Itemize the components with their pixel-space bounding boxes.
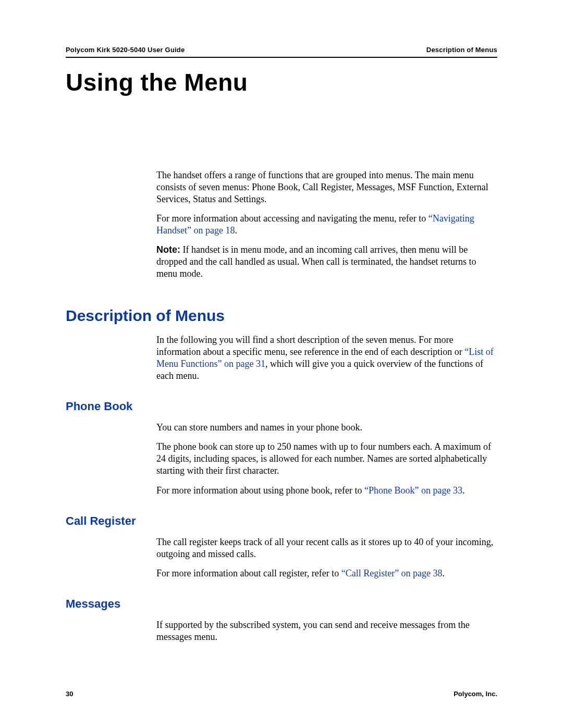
intro-p2-post: .	[235, 225, 237, 236]
call-register-p2-pre: For more information about call register…	[156, 568, 341, 578]
note-body: If handset is in menu mode, and an incom…	[156, 244, 476, 279]
link-call-register[interactable]: “Call Register” on page 38	[341, 568, 443, 578]
description-paragraph: In the following you will find a short d…	[156, 334, 497, 382]
link-phone-book[interactable]: “Phone Book” on page 33	[364, 485, 462, 496]
call-register-p2-post: .	[443, 568, 445, 578]
messages-p1: If supported by the subscribed system, y…	[156, 619, 497, 643]
footer-company: Polycom, Inc.	[454, 690, 497, 698]
phone-book-block: You can store numbers and names in your …	[156, 422, 497, 496]
running-header: Polycom Kirk 5020-5040 User Guide Descri…	[66, 46, 497, 54]
note-block: Note: If handset is in menu mode, and an…	[156, 244, 497, 280]
call-register-p1: The call register keeps track of all you…	[156, 536, 497, 560]
heading-phone-book: Phone Book	[66, 400, 497, 413]
phone-book-p3: For more information about using phone b…	[156, 485, 497, 497]
heading-messages: Messages	[66, 597, 497, 611]
header-right: Description of Menus	[426, 46, 497, 54]
note-label: Note:	[156, 244, 180, 255]
call-register-p2: For more information about call register…	[156, 567, 497, 579]
header-rule	[66, 57, 497, 58]
document-page: Polycom Kirk 5020-5040 User Guide Descri…	[0, 0, 563, 728]
intro-block: The handset offers a range of functions …	[156, 169, 497, 280]
description-block: In the following you will find a short d…	[156, 334, 497, 382]
phone-book-p3-pre: For more information about using phone b…	[156, 485, 364, 496]
phone-book-p2: The phone book can store up to 250 names…	[156, 441, 497, 477]
call-register-block: The call register keeps track of all you…	[156, 536, 497, 579]
phone-book-p3-post: .	[462, 485, 465, 496]
heading-description-of-menus: Description of Menus	[66, 307, 497, 325]
intro-p2-pre: For more information about accessing and…	[156, 213, 429, 224]
phone-book-p1: You can store numbers and names in your …	[156, 422, 497, 434]
running-footer: 30 Polycom, Inc.	[66, 690, 497, 698]
heading-call-register: Call Register	[66, 514, 497, 528]
desc-p1-pre: In the following you will find a short d…	[156, 335, 464, 357]
intro-paragraph-1: The handset offers a range of functions …	[156, 169, 497, 205]
page-number: 30	[66, 690, 73, 698]
header-left: Polycom Kirk 5020-5040 User Guide	[66, 46, 185, 54]
chapter-title: Using the Menu	[66, 68, 497, 96]
messages-block: If supported by the subscribed system, y…	[156, 619, 497, 643]
intro-paragraph-2: For more information about accessing and…	[156, 213, 497, 237]
